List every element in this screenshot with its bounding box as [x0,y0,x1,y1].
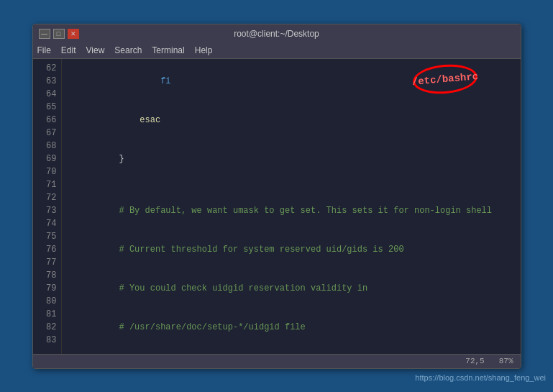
menu-help[interactable]: Help [195,45,213,55]
code-line-64: } [68,140,515,178]
line-num-66: 66 [33,114,61,127]
line-num-69: 69 [33,152,61,165]
line-num-70: 70 [33,165,61,178]
menu-search[interactable]: Search [114,45,142,55]
code-line-65 [68,178,515,191]
line-num-77: 77 [33,256,61,269]
circle-text: /etc/bashrc [411,70,478,88]
cursor-position: 72,5 [465,357,484,365]
line-num-67: 67 [33,127,61,140]
line-num-76: 76 [33,243,61,256]
close-button[interactable]: ✕ [68,29,79,39]
line-num-74: 74 [33,217,61,230]
line-num-63: 63 [33,75,61,88]
line-num-68: 68 [33,140,61,152]
line-num-62: 62 [33,62,61,75]
menu-view[interactable]: View [86,45,105,55]
minimize-button[interactable]: — [39,29,50,39]
line-num-81: 81 [33,308,61,321]
line-numbers: 62 63 64 65 66 67 68 69 70 71 72 73 74 7… [33,59,62,354]
code-line-63: esac [68,101,515,140]
line-num-78: 78 [33,269,61,282]
maximize-button[interactable]: □ [53,29,65,39]
menu-edit[interactable]: Edit [61,45,76,55]
code-line-67: # Current threshold for system reserved … [68,230,515,269]
code-content[interactable]: /etc/bashrc fi esac } [62,59,521,354]
terminal-window: — □ ✕ root@client:~/Desktop File Edit Vi… [32,24,521,369]
line-num-79: 79 [33,282,61,295]
titlebar: — □ ✕ root@client:~/Desktop [33,24,521,43]
code-line-68: # You could check uidgid reservation val… [68,269,515,308]
editor-area: 62 63 64 65 66 67 68 69 70 71 72 73 74 7… [33,59,521,354]
line-num-75: 75 [33,230,61,243]
menu-file[interactable]: File [37,45,51,55]
window-title: root@client:~/Desktop [79,29,475,39]
line-num-71: 71 [33,178,61,191]
line-num-82: 82 [33,321,61,334]
scroll-percent: 87% [499,357,513,365]
line-num-72: 72 [33,191,61,204]
line-num-64: 64 [33,88,61,101]
statusbar: 72,5 87% [33,354,521,368]
code-line-69: # /usr/share/doc/setup-*/uidgid file [68,308,515,347]
code-line-70: if [ $UID -gt 199 ] && [ "`id -gn`" = "`… [68,347,515,354]
code-line-66: # By default, we want umask to get set. … [68,191,515,230]
line-num-73: 73 [33,204,61,217]
line-num-83: 83 [33,334,61,347]
line-num-65: 65 [33,101,61,114]
line-num-80: 80 [33,295,61,308]
watermark: https://blog.csdn.net/shang_feng_wei [415,373,546,382]
menubar: File Edit View Search Terminal Help [33,43,521,59]
menu-terminal[interactable]: Terminal [152,45,184,55]
